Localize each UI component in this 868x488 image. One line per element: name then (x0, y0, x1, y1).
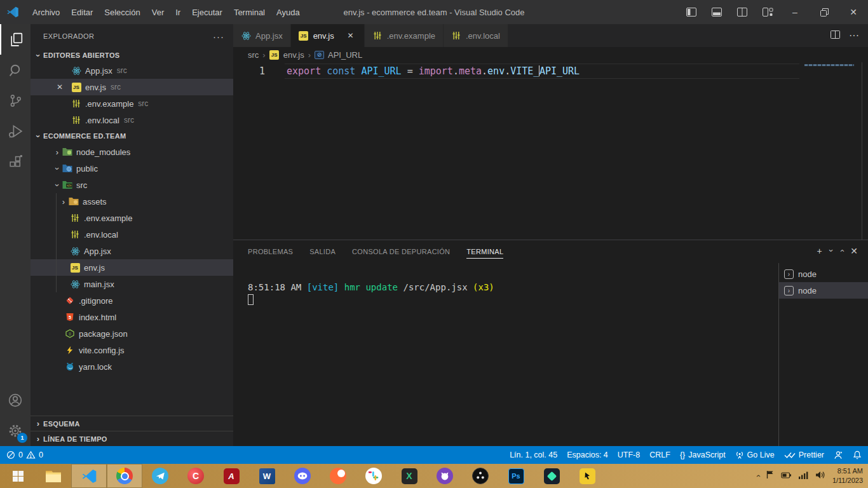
tab-envexample[interactable]: .env.example (365, 24, 444, 47)
taskbar-photoshop[interactable]: Ps (498, 464, 534, 488)
taskbar-vscode[interactable] (71, 464, 107, 488)
taskbar-ccleaner[interactable]: C (178, 464, 214, 488)
code-editor[interactable]: 1 export const API_URL = import.meta.env… (233, 62, 868, 240)
panel-tab-terminal[interactable]: TERMINAL (466, 245, 503, 259)
menu-archivo[interactable]: Archivo (27, 5, 65, 20)
project-root-header[interactable]: › ECOMMERCE ED.TEAM (31, 128, 233, 144)
prettier-status[interactable]: Prettier (784, 451, 824, 459)
language-status[interactable]: {}JavaScript (680, 451, 726, 459)
taskbar-pointer-app[interactable] (569, 464, 605, 488)
split-editor-icon[interactable] (831, 30, 840, 41)
taskbar-acrobat[interactable]: A (214, 464, 249, 488)
settings-gear-icon[interactable]: 1 (0, 416, 31, 446)
menu-ir[interactable]: Ir (170, 5, 186, 20)
menu-editar[interactable]: Editar (65, 5, 98, 20)
cursor-position-status[interactable]: Lín. 1, col. 45 (510, 451, 557, 459)
close-window-button[interactable]: ✕ (839, 0, 868, 24)
panel-tab-debug-console[interactable]: CONSOLA DE DEPURACIÓN (352, 245, 450, 259)
tree-item-node-modules[interactable]: › node_modules (31, 144, 233, 160)
taskbar-slack[interactable] (356, 464, 391, 488)
taskbar-filmora[interactable] (534, 464, 569, 488)
taskbar-excel[interactable]: X (391, 464, 427, 488)
tree-item-indexhtml[interactable]: 5 index.html (31, 309, 233, 325)
source-control-icon[interactable] (0, 85, 31, 116)
open-editor-envjs[interactable]: ✕ JS env.js src (31, 79, 233, 95)
encoding-status[interactable]: UTF-8 (618, 451, 640, 459)
tree-item-public[interactable]: › public (31, 160, 233, 177)
close-tab-icon[interactable]: ✕ (345, 31, 356, 40)
tree-item-envjs[interactable]: JS env.js (31, 259, 233, 276)
more-actions-icon[interactable]: ··· (849, 30, 859, 41)
menu-ayuda[interactable]: Ayuda (271, 5, 306, 20)
taskbar-telegram[interactable] (142, 464, 178, 488)
account-icon[interactable] (0, 385, 31, 416)
panel-tab-problems[interactable]: PROBLEMAS (248, 245, 293, 259)
timeline-section[interactable]: › LÍNEA DE TIEMPO (31, 431, 233, 446)
toggle-panel-icon[interactable] (704, 0, 729, 24)
code-line-1[interactable]: 1 export const API_URL = import.meta.env… (233, 65, 580, 78)
menu-ejecutar[interactable]: Ejecutar (186, 5, 228, 20)
taskbar-chrome[interactable] (107, 464, 142, 488)
notifications-bell-icon[interactable] (853, 451, 862, 459)
toggle-sidebar-icon[interactable] (679, 0, 704, 24)
open-editor-envexample[interactable]: .env.example src (31, 95, 233, 112)
outline-section[interactable]: › ESQUEMA (31, 416, 233, 431)
flag-icon[interactable] (766, 470, 774, 482)
tree-item-envlocal[interactable]: .env.local (31, 226, 233, 243)
explorer-icon[interactable] (0, 24, 31, 55)
open-editor-appjsx[interactable]: App.jsx src (31, 62, 233, 79)
terminal-dropdown-icon[interactable]: › (826, 249, 836, 252)
hidden-icons-chevron[interactable]: › (754, 475, 763, 477)
breadcrumb-apiurl[interactable]: API_URL (328, 50, 362, 60)
new-terminal-icon[interactable]: + (817, 247, 822, 255)
breadcrumb-src[interactable]: src (248, 50, 259, 60)
terminal-instance-node-1[interactable]: › node (779, 266, 868, 282)
taskbar-github[interactable] (427, 464, 463, 488)
customize-layout-icon[interactable] (755, 0, 780, 24)
problems-status[interactable]: 0 0 (6, 451, 43, 459)
tree-item-src[interactable]: › </> src (31, 177, 233, 193)
eol-status[interactable]: CRLF (649, 451, 670, 459)
tree-item-gitignore[interactable]: .gitignore (31, 292, 233, 309)
explorer-more-actions-icon[interactable]: ··· (213, 31, 224, 42)
menu-ver[interactable]: Ver (146, 5, 170, 20)
feedback-icon[interactable] (834, 451, 843, 459)
taskbar-postman[interactable] (320, 464, 356, 488)
taskbar-file-explorer[interactable] (36, 464, 71, 488)
run-debug-icon[interactable] (0, 116, 31, 146)
taskbar-obs[interactable] (463, 464, 498, 488)
menu-terminal[interactable]: Terminal (228, 5, 271, 20)
tree-item-mainjsx[interactable]: main.jsx (31, 276, 233, 292)
tree-item-yarnlock[interactable]: yarn.lock (31, 358, 233, 375)
extensions-icon[interactable] (0, 146, 31, 177)
maximize-panel-icon[interactable]: › (837, 249, 846, 252)
volume-icon[interactable] (815, 470, 825, 482)
split-editor-layout-icon[interactable] (729, 0, 755, 24)
close-icon[interactable]: ✕ (55, 83, 65, 92)
open-editors-header[interactable]: › EDITORES ABIERTOS (31, 48, 233, 62)
tree-item-envexample[interactable]: .env.example (31, 210, 233, 226)
taskbar-discord[interactable] (285, 464, 320, 488)
start-button[interactable] (0, 464, 36, 488)
search-icon[interactable] (0, 55, 31, 85)
tree-item-appjsx[interactable]: App.jsx (31, 243, 233, 259)
tree-item-assets[interactable]: › assets (31, 193, 233, 210)
minimize-button[interactable]: – (780, 0, 810, 24)
restore-button[interactable] (810, 0, 839, 24)
tab-appjsx[interactable]: App.jsx (233, 24, 291, 47)
go-live-button[interactable]: Go Live (735, 451, 775, 459)
menu-seleccion[interactable]: Selección (98, 5, 146, 20)
breadcrumb-envjs[interactable]: env.js (283, 50, 304, 60)
minimap[interactable] (799, 62, 862, 240)
open-editor-envlocal[interactable]: .env.local src (31, 112, 233, 128)
terminal-instance-node-2[interactable]: › node (779, 282, 868, 299)
close-panel-icon[interactable]: ✕ (850, 247, 858, 255)
network-signal-icon[interactable] (799, 470, 808, 482)
tree-item-packagejson[interactable]: {} package.json (31, 325, 233, 342)
terminal-output[interactable]: 8:51:18 AM [vite] hmr update /src/App.js… (233, 263, 778, 446)
taskbar-word[interactable]: W (249, 464, 285, 488)
battery-icon[interactable] (781, 470, 792, 482)
tab-envjs[interactable]: JS env.js ✕ (291, 24, 365, 47)
tray-clock[interactable]: 8:51 AM 1/11/2023 (832, 466, 863, 486)
tree-item-viteconfig[interactable]: vite.config.js (31, 342, 233, 358)
